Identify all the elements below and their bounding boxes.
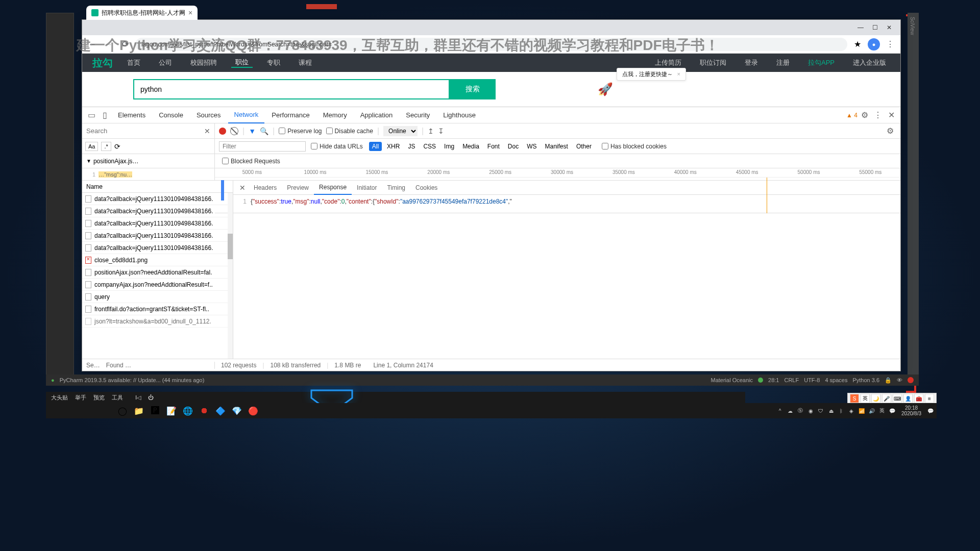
tray-wechat-icon[interactable]: 💬 <box>888 407 896 415</box>
task-app1-icon[interactable]: 🔷 <box>212 404 229 418</box>
tray-skype-icon[interactable]: Ⓢ <box>796 407 804 415</box>
search-button[interactable]: 搜索 <box>450 79 496 99</box>
tray-chrome-icon[interactable]: ◉ <box>806 407 815 415</box>
upload-icon[interactable]: ↥ <box>428 127 434 135</box>
tab-sources[interactable]: Sources <box>190 107 227 123</box>
disable-cache-checkbox[interactable]: Disable cache <box>326 128 373 135</box>
filter-doc[interactable]: Doc <box>505 142 522 151</box>
request-row[interactable]: frontflfail.do?action=grantST&ticket=ST-… <box>82 303 233 315</box>
search-result-line[interactable]: 1 …"msg":nu… <box>82 168 215 180</box>
filter-xhr[interactable]: XHR <box>384 142 403 151</box>
network-settings-icon[interactable]: ⚙ <box>884 126 896 136</box>
refresh-search-icon[interactable]: ⟳ <box>114 142 120 151</box>
indent-size[interactable]: 4 spaces <box>825 377 847 383</box>
request-row[interactable]: json?lt=trackshow&a=bd00_idnull_0_1112. <box>82 315 233 328</box>
search-close-icon[interactable]: ✕ <box>204 127 210 135</box>
request-row[interactable]: query <box>82 291 233 303</box>
devtools-close-icon[interactable]: ✕ <box>885 110 897 120</box>
tray-network-icon[interactable]: 📶 <box>857 407 866 415</box>
close-button[interactable]: ✕ <box>882 22 896 33</box>
ime-keyboard-icon[interactable]: ⌨ <box>893 394 902 403</box>
task-record-icon[interactable]: ⏺ <box>196 404 212 418</box>
filter-other[interactable]: Other <box>573 142 595 151</box>
cursor-pos[interactable]: 28:1 <box>768 377 779 383</box>
request-row[interactable]: data?callback=jQuery11130109498438166. <box>82 230 233 242</box>
window-titlebar[interactable]: — ☐ ✕ <box>82 20 900 35</box>
ime-settings-icon[interactable]: ≡ <box>925 394 934 403</box>
tray-bluetooth-icon[interactable]: ᛒ <box>837 407 845 415</box>
search-result-file[interactable]: ▼positionAjax.js… <box>82 154 215 168</box>
lock-icon[interactable]: 🔒 <box>885 377 892 384</box>
search-icon[interactable]: 🔍 <box>260 127 268 135</box>
taskbar-clock[interactable]: 20:18 2020/8/3 <box>898 405 924 416</box>
tray-expand-icon[interactable]: ^ <box>776 407 784 415</box>
tray-onedrive-icon[interactable]: ☁ <box>786 407 794 415</box>
tab-console[interactable]: Console <box>153 107 189 123</box>
nav-home[interactable]: 首页 <box>123 58 144 67</box>
scrollbar[interactable] <box>228 193 233 359</box>
device-icon[interactable]: ▯ <box>99 109 111 121</box>
hide-data-urls-checkbox[interactable]: Hide data URLs <box>311 143 363 150</box>
name-column-header[interactable]: Name <box>82 181 233 193</box>
preserve-log-checkbox[interactable]: Preserve log <box>279 128 322 135</box>
tab-lighthouse[interactable]: Lighthouse <box>437 107 482 123</box>
network-timeline[interactable]: 5000 ms 10000 ms 15000 ms 20000 ms 25000… <box>215 168 900 213</box>
tooltip-close-icon[interactable]: × <box>677 71 680 77</box>
request-row[interactable]: data?callback=jQuery11130109498438166. <box>82 242 233 254</box>
tab-memory[interactable]: Memory <box>317 107 353 123</box>
filter-ws[interactable]: WS <box>524 142 540 151</box>
register-tooltip[interactable]: 点我，注册更快捷～ × <box>617 68 687 81</box>
menu-icon[interactable]: ⋮ <box>884 38 896 51</box>
tab-close-icon[interactable]: × <box>188 9 192 17</box>
task-notepad-icon[interactable]: 📝 <box>163 404 180 418</box>
back-button[interactable]: ← <box>86 38 99 51</box>
inspect-icon[interactable]: 👁 <box>897 377 902 383</box>
filter-manifest[interactable]: Manifest <box>542 142 571 151</box>
download-icon[interactable]: ↧ <box>438 127 444 135</box>
tray-steam-icon[interactable]: ◈ <box>847 407 855 415</box>
request-row[interactable]: data?callback=jQuery11130109498438166. <box>82 205 233 217</box>
task-chrome-icon[interactable]: 🌐 <box>180 404 196 418</box>
nav-subscribe[interactable]: 职位订阅 <box>696 58 730 67</box>
python-version[interactable]: Python 3.6 <box>852 377 879 383</box>
nav-course[interactable]: 课程 <box>295 58 316 67</box>
line-ending[interactable]: CRLF <box>784 377 799 383</box>
filter-all[interactable]: All <box>369 142 382 151</box>
ime-mic-icon[interactable]: 🎤 <box>882 394 891 403</box>
filter-font[interactable]: Font <box>484 142 503 151</box>
reload-button[interactable]: ⟳ <box>119 38 131 51</box>
devtools-search-input[interactable] <box>86 127 204 135</box>
player-rewind-icon[interactable]: Ⅰ◁ <box>135 394 141 401</box>
task-pycharm-icon[interactable]: 🅿 <box>147 404 163 418</box>
nav-register[interactable]: 注册 <box>772 58 794 67</box>
player-raise-hand[interactable]: 举手 <box>75 394 86 402</box>
player-avatar[interactable]: 大头贴 <box>51 394 68 402</box>
nav-campus[interactable]: 校园招聘 <box>186 58 221 67</box>
tray-notifications-icon[interactable]: 💬 <box>926 407 935 415</box>
inspect-icon[interactable]: ▭ <box>85 109 97 121</box>
tab-performance[interactable]: Performance <box>265 107 315 123</box>
match-case-toggle[interactable]: Aa <box>85 142 98 151</box>
request-row[interactable]: positionAjax.json?needAddtionalResult=fa… <box>82 266 233 279</box>
ime-lang-button[interactable]: 英 <box>861 394 870 403</box>
has-blocked-checkbox[interactable]: Has blocked cookies <box>602 143 667 150</box>
tray-usb-icon[interactable]: ⏏ <box>827 407 835 415</box>
clear-button[interactable] <box>230 127 238 135</box>
request-row[interactable]: data?callback=jQuery11130109498438166. <box>82 217 233 230</box>
regex-toggle[interactable]: .* <box>101 142 111 151</box>
tab-security[interactable]: Security <box>400 107 436 123</box>
profile-icon[interactable]: ● <box>868 38 880 51</box>
filter-icon[interactable]: ▼ <box>249 127 256 135</box>
player-tools[interactable]: 工具 <box>112 394 123 402</box>
request-row[interactable]: close_c6d8dd1.png <box>82 254 233 266</box>
git-icon[interactable] <box>908 377 914 383</box>
address-bar[interactable]: lagou.com/jobs/list_python?labelWords=&f… <box>135 38 847 51</box>
request-row[interactable]: companyAjax.json?needAddtionalResult=f.. <box>82 279 233 291</box>
player-preview[interactable]: 预览 <box>93 394 105 402</box>
warnings-badge[interactable]: ▲ 4 <box>846 112 857 119</box>
nav-jobs[interactable]: 职位 <box>231 58 253 68</box>
nav-parttime[interactable]: 专职 <box>263 58 284 67</box>
encoding[interactable]: UTF-8 <box>804 377 820 383</box>
nav-upload[interactable]: 上传简历 <box>651 58 685 67</box>
ime-toolbox-icon[interactable]: 🧰 <box>914 394 923 403</box>
